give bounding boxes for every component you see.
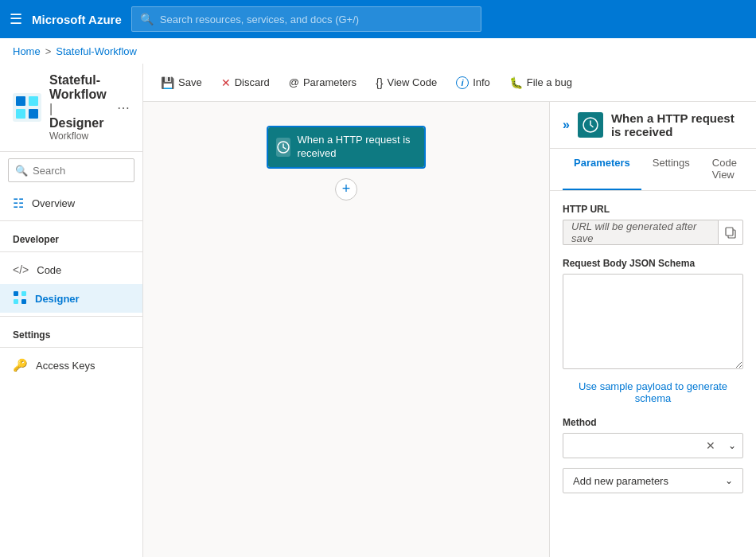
section-settings: Settings <box>0 320 142 344</box>
svg-rect-2 <box>29 96 38 106</box>
sidebar-divider-4 <box>0 347 142 348</box>
svg-rect-12 <box>726 228 733 236</box>
save-icon: 💾 <box>161 76 174 89</box>
tab-about[interactable]: About <box>748 149 756 190</box>
search-icon: 🔍 <box>140 13 154 25</box>
url-input: URL will be generated after save <box>563 220 718 245</box>
sidebar-item-label: Overview <box>32 197 75 209</box>
hamburger-icon[interactable]: ☰ <box>10 10 22 28</box>
method-select-wrapper: GET POST PUT DELETE PATCH ✕ ⌄ <box>563 433 743 458</box>
method-label: Method <box>563 417 743 428</box>
schema-textarea[interactable] <box>563 274 743 369</box>
copy-icon <box>724 226 737 239</box>
file-bug-button[interactable]: 🐛 File a bug <box>501 72 580 94</box>
main-container: Stateful-Workflow | Designer Workflow ⋯ … <box>0 64 756 557</box>
sidebar-item-label: Code <box>37 264 61 276</box>
sidebar-item-designer[interactable]: Designer <box>0 284 142 313</box>
svg-rect-1 <box>16 96 25 106</box>
section-developer: Developer <box>0 224 142 248</box>
info-button[interactable]: i Info <box>448 72 498 94</box>
info-icon: i <box>456 76 469 89</box>
chevron-down-icon: ⌄ <box>722 440 742 451</box>
svg-rect-7 <box>14 299 18 304</box>
svg-rect-3 <box>16 109 25 119</box>
canvas-area: When a HTTP request is received + <box>143 102 549 557</box>
workflow-card[interactable]: When a HTTP request is received <box>267 126 426 169</box>
workflow-icon <box>13 93 41 122</box>
global-search-container: 🔍 <box>131 6 481 32</box>
azure-logo: Microsoft Azure <box>32 13 122 26</box>
code-icon: </> <box>13 263 29 276</box>
sidebar-search-input[interactable] <box>33 165 127 177</box>
svg-rect-5 <box>14 291 18 296</box>
sidebar-item-access-keys[interactable]: 🔑 Access Keys <box>0 351 142 380</box>
svg-rect-6 <box>21 291 26 296</box>
top-nav: ☰ Microsoft Azure 🔍 <box>0 0 756 38</box>
view-code-button[interactable]: {} View Code <box>368 72 445 94</box>
schema-label: Request Body JSON Schema <box>563 258 743 269</box>
sidebar-search-box: 🔍 <box>8 158 134 182</box>
panel-body: HTTP URL URL will be generated after sav… <box>550 191 756 557</box>
save-button[interactable]: 💾 Save <box>153 72 210 94</box>
designer-split: When a HTTP request is received + » When… <box>143 102 756 557</box>
overview-icon: ☷ <box>13 196 24 211</box>
card-header-icon <box>276 138 290 157</box>
sidebar-divider-3 <box>0 316 142 317</box>
sidebar-divider-2 <box>0 251 142 252</box>
resource-info: Stateful-Workflow | Designer Workflow <box>49 73 109 142</box>
breadcrumb: Home > Stateful-Workflow <box>0 38 756 64</box>
view-code-icon: {} <box>376 76 383 89</box>
url-placeholder-text: URL will be generated after save <box>571 220 710 244</box>
panel-toggle-button[interactable]: » <box>563 118 570 132</box>
add-step-button[interactable]: + <box>335 178 357 201</box>
use-sample-payload-button[interactable]: Use sample payload to generate schema <box>563 380 743 404</box>
url-copy-button[interactable] <box>718 220 743 245</box>
svg-rect-8 <box>21 299 26 304</box>
global-search-input[interactable] <box>160 14 473 25</box>
discard-button[interactable]: ✕ Discard <box>213 72 278 94</box>
sidebar-item-label: Designer <box>35 293 80 305</box>
sidebar-search-icon: 🔍 <box>15 165 28 177</box>
sidebar: Stateful-Workflow | Designer Workflow ⋯ … <box>0 64 143 557</box>
url-field: URL will be generated after save <box>563 220 743 245</box>
http-url-label: HTTP URL <box>563 204 743 215</box>
method-select[interactable]: GET POST PUT DELETE PATCH <box>563 440 699 452</box>
content-area: 💾 Save ✕ Discard @ Parameters {} View Co… <box>143 64 756 557</box>
sidebar-item-code[interactable]: </> Code <box>0 255 142 284</box>
right-panel: » When a HTTP request is received Parame… <box>549 102 756 557</box>
method-clear-button[interactable]: ✕ <box>699 439 722 452</box>
add-params-bar[interactable]: Add new parameters ⌄ <box>563 468 743 493</box>
sidebar-nav: ☷ Overview Developer </> Code Designer S… <box>0 189 142 557</box>
resource-subtitle: Workflow <box>49 130 109 142</box>
card-header: When a HTTP request is received <box>268 127 424 167</box>
toolbar: 💾 Save ✕ Discard @ Parameters {} View Co… <box>143 64 756 102</box>
designer-icon <box>13 290 27 307</box>
add-params-chevron-icon: ⌄ <box>725 475 733 486</box>
sidebar-item-label: Access Keys <box>36 360 95 372</box>
method-field: Method GET POST PUT DELETE PATCH ✕ <box>563 417 743 458</box>
breadcrumb-home[interactable]: Home <box>13 45 41 57</box>
sidebar-divider-1 <box>0 220 142 221</box>
card-title: When a HTTP request is received <box>297 134 416 161</box>
panel-icon <box>578 112 603 138</box>
resource-header: Stateful-Workflow | Designer Workflow ⋯ <box>0 64 142 152</box>
resource-more-icon[interactable]: ⋯ <box>117 100 130 115</box>
panel-header: » When a HTTP request is received <box>550 102 756 149</box>
tab-settings[interactable]: Settings <box>641 149 701 190</box>
svg-rect-4 <box>29 109 38 119</box>
parameters-icon: @ <box>289 76 299 88</box>
sidebar-item-overview[interactable]: ☷ Overview <box>0 189 142 217</box>
key-icon: 🔑 <box>13 358 28 372</box>
tab-code-view[interactable]: Code View <box>701 149 748 190</box>
discard-icon: ✕ <box>221 76 231 89</box>
breadcrumb-sep: > <box>45 45 52 57</box>
bug-icon: 🐛 <box>509 76 523 89</box>
breadcrumb-current[interactable]: Stateful-Workflow <box>56 45 137 57</box>
tab-parameters[interactable]: Parameters <box>563 149 641 190</box>
resource-name: Stateful-Workflow | Designer <box>49 73 109 130</box>
panel-title: When a HTTP request is received <box>611 111 743 138</box>
panel-tabs: Parameters Settings Code View About <box>550 149 756 191</box>
add-params-label: Add new parameters <box>573 475 668 487</box>
parameters-button[interactable]: @ Parameters <box>281 72 364 93</box>
